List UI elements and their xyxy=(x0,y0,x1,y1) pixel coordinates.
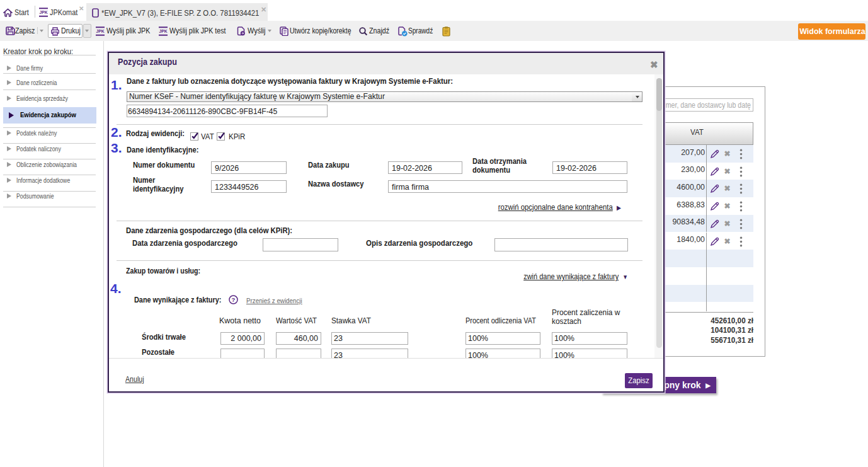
svg-text:JPK: JPK xyxy=(39,10,47,14)
svg-text:JPK: JPK xyxy=(159,29,167,33)
svg-text:JPK: JPK xyxy=(96,29,104,33)
svg-text:?: ? xyxy=(232,296,236,303)
